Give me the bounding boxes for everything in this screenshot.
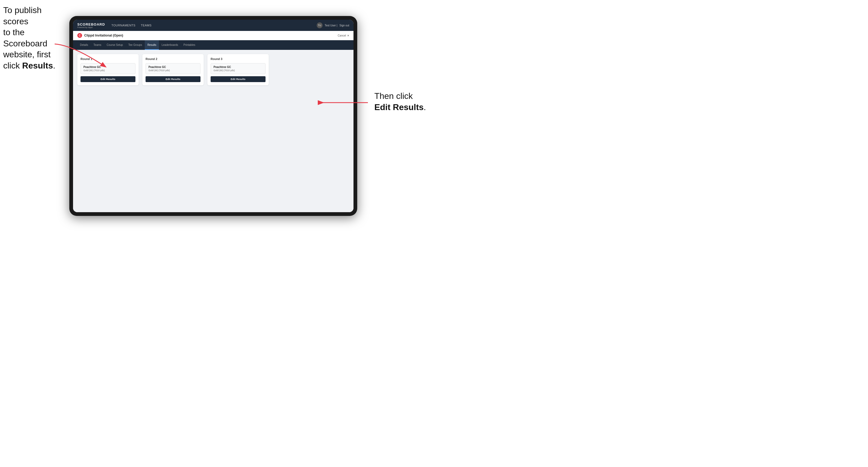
logo-text: SCOREBOARD (77, 23, 105, 26)
main-content: Round 1 Peachtree GC Gold (M) (7010 yds)… (73, 50, 353, 212)
round-2-title: Round 2 (146, 57, 200, 61)
course-name-3: Peachtree GC (214, 66, 262, 68)
logo-sub: Powered by clippd (77, 26, 105, 28)
sign-out-link[interactable]: Sign out (339, 24, 349, 27)
tournament-name: Clippd Invitational (Open) (84, 34, 123, 37)
round-card-3: Round 3 Peachtree GC Gold (M) (7010 yds)… (208, 54, 269, 85)
nav-teams[interactable]: TEAMS (141, 23, 151, 28)
arrow-to-results (52, 41, 121, 73)
top-nav: SCOREBOARD Powered by clippd TOURNAMENTS… (73, 20, 353, 31)
edit-results-button-3[interactable]: Edit Results (211, 76, 266, 82)
course-card-2: Peachtree GC Gold (M) (7010 yds) (146, 63, 200, 74)
tournament-header: C Clippd Invitational (Open) Cancel ✕ (73, 31, 353, 40)
user-avatar: TU (317, 22, 322, 28)
tab-printables[interactable]: Printables (181, 40, 198, 50)
tab-leaderboards[interactable]: Leaderboards (159, 40, 181, 50)
round-card-2: Round 2 Peachtree GC Gold (M) (7010 yds)… (142, 54, 204, 85)
course-detail-3: Gold (M) (7010 yds) (214, 69, 262, 72)
nav-tournaments[interactable]: TOURNAMENTS (112, 23, 135, 28)
tournament-title-area: C Clippd Invitational (Open) (77, 33, 123, 38)
cancel-button[interactable]: Cancel ✕ (338, 34, 349, 37)
course-detail-2: Gold (M) (7010 yds) (149, 69, 197, 72)
tournament-icon: C (77, 33, 82, 38)
arrow-to-edit-results (317, 93, 371, 115)
logo-area: SCOREBOARD Powered by clippd (77, 23, 105, 28)
course-name-2: Peachtree GC (149, 66, 197, 68)
edit-results-button-1[interactable]: Edit Results (81, 76, 135, 82)
user-name: Test User | (325, 24, 338, 27)
tab-tee-groups[interactable]: Tee Groups (126, 40, 145, 50)
tab-results[interactable]: Results (145, 40, 159, 50)
nav-links: TOURNAMENTS TEAMS (112, 23, 317, 28)
round-3-title: Round 3 (211, 57, 266, 61)
edit-results-button-2[interactable]: Edit Results (146, 76, 200, 82)
instruction-right: Then click Edit Results. (374, 91, 426, 113)
nav-right: TU Test User | Sign out (317, 22, 349, 28)
course-card-3: Peachtree GC Gold (M) (7010 yds) (211, 63, 266, 74)
